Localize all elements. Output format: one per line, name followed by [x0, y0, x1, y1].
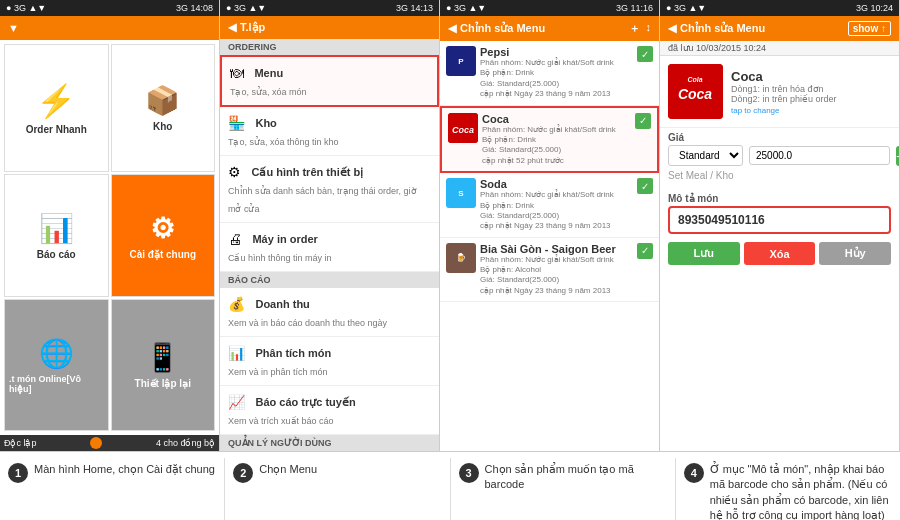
tile-order-nhanh[interactable]: ⚡ Order Nhanh: [4, 44, 109, 172]
menu-row-bia[interactable]: 🍺 Bia Sài Gòn - Saigon Beer Phân nhóm: N…: [440, 238, 659, 303]
tlap-phantich-item[interactable]: 📊 Phân tích món Xem và in phân tích món: [220, 337, 439, 386]
tile-kho[interactable]: 📦 Kho: [111, 44, 216, 172]
bottom-bar-1: Độc lập 4 cho đồng bộ: [0, 435, 219, 451]
tlap-kho-item[interactable]: 🏪 Kho Tạo, sửa, xóa thông tin kho: [220, 107, 439, 156]
show-button[interactable]: show ↑: [848, 21, 891, 36]
soda-check[interactable]: ✓: [637, 178, 653, 194]
menu-item-title: Menu: [254, 67, 283, 79]
section-ordering: ORDERING: [220, 39, 439, 55]
home-grid: ⚡ Order Nhanh 📦 Kho 📊 Báo cáo ⚙ Cài đặt …: [0, 40, 219, 435]
status-bar-1: ● 3G ▲▼ 3G 14:08: [0, 0, 219, 16]
tlap-baocaott-item[interactable]: 📈 Báo cáo trực tuyến Xem và trích xuất b…: [220, 386, 439, 435]
step-1-circle: 1: [8, 463, 28, 483]
mo-ta-label: Mô tả món: [668, 193, 891, 204]
svg-text:Coca: Coca: [678, 86, 712, 102]
tile-cai-dat-label: Cài đặt chung: [129, 249, 196, 260]
report-icon: 📈: [228, 394, 245, 410]
coca-image: Coca: [448, 113, 478, 143]
panel-tlap: ● 3G ▲▼ 3G 14:13 ◀ T.lập ORDERING 🍽 Menu…: [220, 0, 440, 451]
tlap-title: T.lập: [240, 21, 265, 34]
status-signal-4: ● 3G ▲▼: [666, 3, 706, 13]
gear-icon: ⚙: [150, 212, 175, 245]
globe-icon: 🌐: [39, 337, 74, 370]
status-bar-3: ● 3G ▲▼ 3G 11:16: [440, 0, 659, 16]
tlap-cauhinh-item[interactable]: ⚙ Cấu hình trên thiết bị Chỉnh sửa danh …: [220, 156, 439, 223]
menu-row-coca[interactable]: Coca Coca Phân nhóm: Nước giải khát/Soft…: [440, 106, 659, 174]
product-name: Coca: [731, 69, 891, 84]
phantich-sub: Xem và in phân tích món: [228, 367, 328, 377]
step-3-circle: 3: [459, 463, 479, 483]
add-icon[interactable]: ＋: [629, 21, 640, 36]
coca-check[interactable]: ✓: [635, 113, 651, 129]
analytics-icon: 📊: [228, 345, 245, 361]
caption-4-text: Ở mục "Mô tả món", nhập khai báo mã barc…: [710, 462, 892, 520]
doanhthu-sub: Xem và in báo cáo doanh thu theo ngày: [228, 318, 387, 328]
pepsi-name: Pepsi: [480, 46, 633, 58]
pepsi-check[interactable]: ✓: [637, 46, 653, 62]
panel3-title: Chỉnh sửa Menu: [460, 22, 545, 35]
mo-ta-input[interactable]: [668, 206, 891, 234]
pepsi-info: Pepsi Phân nhóm: Nước giải khát/Soft dri…: [480, 46, 633, 100]
status-time-2: 3G 14:13: [396, 3, 433, 13]
store-icon: 🏪: [228, 115, 245, 131]
menu-row-pepsi[interactable]: P Pepsi Phân nhóm: Nước giải khát/Soft d…: [440, 41, 659, 106]
gia-label: Giá: [668, 132, 891, 143]
section-baocao: BÁO CÁO: [220, 272, 439, 288]
bia-check[interactable]: ✓: [637, 243, 653, 259]
bottom-right-1: 4 cho đồng bộ: [156, 438, 215, 448]
price-type-select[interactable]: Standard: [668, 145, 743, 166]
coca-detail-image[interactable]: Coca Cola: [668, 64, 723, 119]
tile-bao-cao[interactable]: 📊 Báo cáo: [4, 174, 109, 297]
status-bar-2: ● 3G ▲▼ 3G 14:13: [220, 0, 439, 16]
printer-icon: 🖨: [228, 231, 242, 247]
tlap-doanhthu-item[interactable]: 💰 Doanh thu Xem và in báo cáo doanh thu …: [220, 288, 439, 337]
tlap-menu-item[interactable]: 🍽 Menu Tạo, sửa, xóa món: [220, 55, 439, 107]
panel4-title: Chỉnh sửa Menu: [680, 22, 765, 35]
panel3-header: ◀ Chỉnh sửa Menu ＋ ↕: [440, 16, 659, 41]
coca-name: Coca: [482, 113, 631, 125]
price-row: Standard +: [668, 145, 891, 166]
mayin-title: Máy in order: [252, 233, 317, 245]
xoa-button[interactable]: Xóa: [744, 242, 816, 265]
tlap-mayin-item[interactable]: 🖨 Máy in order Cấu hình thông tin máy in: [220, 223, 439, 272]
tile-cai-dat[interactable]: ⚙ Cài đặt chung: [111, 174, 216, 297]
add-price-button[interactable]: +: [896, 146, 900, 166]
detail-sub-header: đã lưu 10/03/2015 10:24: [660, 41, 899, 56]
price-value-input[interactable]: [749, 146, 890, 165]
luu-button[interactable]: Lưu: [668, 242, 740, 265]
tile-mon-online[interactable]: 🌐 .t món Online[Vô hiệu]: [4, 299, 109, 431]
cauhinh-title: Cấu hình trên thiết bị: [251, 166, 363, 178]
coca-info: Coca Phân nhóm: Nước giải khát/Soft drin…: [482, 113, 631, 167]
kho-item-title: Kho: [255, 117, 276, 129]
status-bar-4: ● 3G ▲▼ 3G 10:24: [660, 0, 899, 16]
section-quanly: QUẢN LÝ NGƯỜI DÙNG: [220, 435, 439, 451]
tlap-header: ◀ T.lập: [220, 16, 439, 39]
sync-dot: [90, 437, 102, 449]
bottom-left-1: Độc lập: [4, 438, 37, 448]
huy-button[interactable]: Hủy: [819, 242, 891, 265]
tile-mon-online-label: .t món Online[Vô hiệu]: [9, 374, 104, 394]
product-row: Coca Cola Coca Dòng1: in trên hóa đơn Dò…: [660, 56, 899, 128]
money-icon: 💰: [228, 296, 245, 312]
sort-icon[interactable]: ↕: [646, 21, 652, 36]
panel-home: ● 3G ▲▼ 3G 14:08 ▼ ⚡ Order Nhanh 📦 Kho 📊…: [0, 0, 220, 451]
panel-detail: ● 3G ▲▼ 3G 10:24 ◀ Chỉnh sửa Menu show ↑…: [660, 0, 900, 451]
tap-to-change[interactable]: tap to change: [731, 106, 891, 115]
tile-order-label: Order Nhanh: [26, 124, 87, 135]
status-time-3: 3G 11:16: [616, 3, 653, 13]
panel4-title-group: ◀ Chỉnh sửa Menu: [668, 22, 765, 35]
panel3-back: ◀ Chỉnh sửa Menu: [448, 22, 545, 35]
soda-image: S: [446, 178, 476, 208]
product-note1: Dòng1: in trên hóa đơn: [731, 84, 891, 94]
status-signal-2: ● 3G ▲▼: [226, 3, 266, 13]
bia-info: Bia Sài Gòn - Saigon Beer Phân nhóm: Nướ…: [480, 243, 633, 297]
lightning-icon: ⚡: [36, 82, 76, 120]
panel4-header: ◀ Chỉnh sửa Menu show ↑: [660, 16, 899, 41]
step-2-circle: 2: [233, 463, 253, 483]
bia-image: 🍺: [446, 243, 476, 273]
baocaott-title: Báo cáo trực tuyến: [255, 396, 355, 408]
panel-menu-list: ● 3G ▲▼ 3G 11:16 ◀ Chỉnh sửa Menu ＋ ↕ P …: [440, 0, 660, 451]
menu-row-soda[interactable]: S Soda Phân nhóm: Nước giải khát/Soft dr…: [440, 173, 659, 238]
status-signal-1: ● 3G ▲▼: [6, 3, 46, 13]
tile-thiet-lap[interactable]: 📱 Thiết lập lại: [111, 299, 216, 431]
